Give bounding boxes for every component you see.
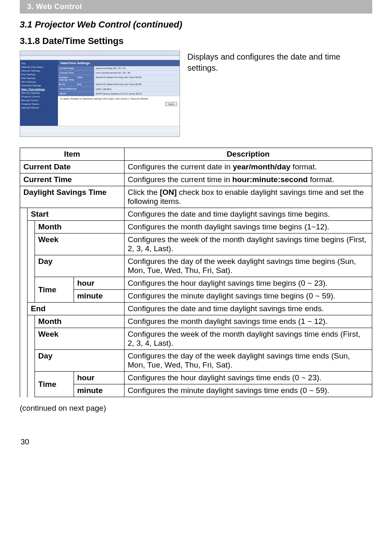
intro-text: Displays and configures the date and tim… — [187, 51, 372, 74]
subsection-title: 3.1.8 Date/Time Settings — [20, 36, 372, 46]
page-number: 30 — [21, 437, 372, 446]
table-row: Start Configures the date and time dayli… — [20, 208, 372, 221]
table-row: Time hour Configures the hour daylight s… — [20, 372, 372, 384]
col-item: Item — [20, 148, 125, 161]
table-row: Current Date Configures the current date… — [20, 161, 372, 173]
thumb-sidebar: Top: Network Information Network Setting… — [20, 60, 58, 126]
continued-note: (continued on next page) — [20, 404, 372, 413]
table-row: Month Configures the month daylight savi… — [20, 315, 372, 328]
table-row: Month Configures the month daylight savi… — [20, 221, 372, 234]
settings-screenshot: Top: Network Information Network Setting… — [20, 51, 180, 137]
chapter-bar: 3. Web Control — [20, 0, 372, 14]
table-row: Current Time Configures the current time… — [20, 173, 372, 186]
table-row: Week Configures the week of the month da… — [20, 234, 372, 255]
section-title: 3.1 Projector Web Control (continued) — [20, 19, 372, 30]
settings-table: Item Description Current Date Configures… — [20, 148, 372, 397]
table-row: End Configures the date and time dayligh… — [20, 303, 372, 315]
table-row: Time hour Configures the hour daylight s… — [20, 277, 372, 290]
table-row: Day Configures the day of the week dayli… — [20, 255, 372, 277]
table-row: Day Configures the day of the week dayli… — [20, 350, 372, 372]
col-description: Description — [124, 148, 372, 161]
table-row: Week Configures the week of the month da… — [20, 328, 372, 350]
table-row: Daylight Savings Time Click the [ON] che… — [20, 186, 372, 208]
